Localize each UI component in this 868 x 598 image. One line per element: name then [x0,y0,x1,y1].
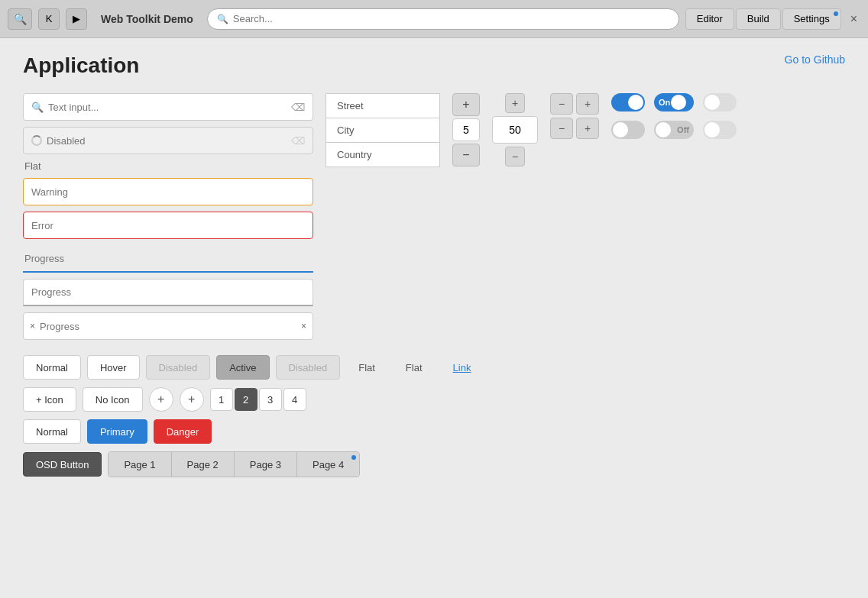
stepper2-top-row: − + [550,93,599,115]
toggle-thumb-3 [704,95,720,110]
error-input-wrapper [23,212,313,239]
tag-x1-button[interactable]: × [30,321,35,331]
toggle-plain-1[interactable] [703,93,737,112]
number-minus-button[interactable]: − [505,147,525,166]
tab-editor[interactable]: Editor [685,8,734,30]
list-item-city[interactable]: City [326,118,440,142]
osd-button[interactable]: OSD Button [23,452,102,477]
warning-input-wrapper [23,178,313,205]
github-link[interactable]: Go to Github [785,53,845,66]
progress-input2[interactable] [31,286,305,298]
toggle-plain-2[interactable] [703,121,737,139]
forward-icon: ▶ [73,13,80,24]
toggle-off-1[interactable] [611,121,645,139]
stepper2-bottom-row: − + [550,118,599,139]
progress-input1[interactable] [24,253,312,264]
page-tab-2[interactable]: Page 2 [172,452,235,477]
stepper2-plus1-button[interactable]: + [576,93,599,115]
primary-button[interactable]: Primary [87,419,147,444]
warning-input[interactable] [31,186,305,198]
toggle-off-labeled[interactable]: Off [654,121,694,139]
address-bar: 🔍 [207,8,679,30]
number-display: 50 [492,116,538,144]
page-tab-4-dot [351,455,356,460]
inputs-section: 🔍 ⌫ ⌫ Flat × [23,93,845,340]
stepper2-column: − + − + [550,93,599,139]
normal-button[interactable]: Normal [23,355,81,380]
no-icon-button[interactable]: No Icon [83,387,143,412]
list-column: Street City Country [326,93,440,167]
browser-search-button[interactable]: 🔍 [8,8,32,30]
circle-plus-button-2[interactable]: + [180,387,204,412]
number-plus-button[interactable]: + [505,93,525,113]
toggle-on-blue[interactable] [611,93,645,112]
text-search-icon: 🔍 [31,102,44,113]
page-tab-3[interactable]: Page 3 [235,452,297,477]
danger-button[interactable]: Danger [154,419,212,444]
number-column: + 50 − [492,93,538,170]
toggle-off-label: Off [677,125,689,134]
address-input[interactable] [233,13,669,24]
button-row-3: Normal Primary Danger [23,419,845,444]
stepper-minus-button[interactable]: − [452,144,480,166]
toggle-row-1: On [611,93,737,112]
spinner-icon [31,135,42,146]
tab-build[interactable]: Build [736,8,781,30]
disabled-clear-icon: ⌫ [291,135,305,147]
page-btn-4[interactable]: 4 [283,388,306,411]
page-tab-4[interactable]: Page 4 [297,452,359,477]
nav-back-button[interactable]: K [38,8,60,30]
normal-button-2[interactable]: Normal [23,419,81,444]
error-input[interactable] [31,220,305,231]
nav-forward-button[interactable]: ▶ [66,8,87,30]
disabled-button-2: Disabled [276,355,341,380]
disabled-button: Disabled [146,355,211,380]
page-btn-2[interactable]: 2 [235,388,257,411]
button-row-2: + Icon No Icon + + 1 2 3 4 [23,387,845,412]
tab-settings[interactable]: Settings [782,8,841,30]
buttons-section: Normal Hover Disabled Active Disabled Fl… [23,355,845,477]
toggles-column: On Off [611,93,737,139]
tag-input-wrapper: × × [23,312,313,340]
icon-button[interactable]: + Icon [23,387,76,412]
hover-button[interactable]: Hover [87,355,140,380]
list-item-street[interactable]: Street [326,93,440,118]
search-icon: 🔍 [14,13,27,25]
page-btn-1[interactable]: 1 [210,388,233,411]
settings-dot [834,11,838,16]
button-row-1: Normal Hover Disabled Active Disabled Fl… [23,355,845,380]
browser-chrome: 🔍 K ▶ Web Toolkit Demo 🔍 Editor Build Se… [0,0,868,38]
stepper-value: 5 [452,118,480,141]
stepper2-minus1-button[interactable]: − [550,93,573,115]
close-button[interactable]: × [847,12,860,26]
flat-label: Flat [23,160,313,172]
text-input-wrapper: 🔍 ⌫ [23,93,313,121]
stepper2-minus2-button[interactable]: − [550,118,573,139]
main-content: Go to Github Application 🔍 ⌫ ⌫ Flat [0,38,868,598]
disabled-input-wrapper: ⌫ [23,127,313,154]
button-row-4: OSD Button Page 1 Page 2 Page 3 Page 4 [23,451,845,477]
list-item-country[interactable]: Country [326,142,440,167]
tag-x2-button[interactable]: × [301,321,306,331]
page-btn-3[interactable]: 3 [259,388,282,411]
flat-button-2[interactable]: Flat [394,355,435,380]
tag-input-field[interactable] [40,321,296,332]
progress-input1-wrapper [23,245,313,273]
toggle-thumb-6 [704,122,720,137]
active-button[interactable]: Active [216,355,269,380]
circle-plus-button-1[interactable]: + [149,387,173,412]
toggle-on-labeled[interactable]: On [654,93,694,112]
toggle-thumb-2 [671,95,686,110]
app-title: Application [23,53,845,78]
flat-button-1[interactable]: Flat [346,355,387,380]
stepper2-plus2-button[interactable]: + [576,118,599,139]
link-button[interactable]: Link [441,355,484,380]
number-top-buttons: + [505,93,525,113]
toggle-thumb-1 [628,95,643,110]
page-tab-1[interactable]: Page 1 [108,452,171,477]
disabled-input [47,135,287,147]
text-input[interactable] [48,102,287,113]
clear-icon[interactable]: ⌫ [291,102,305,113]
stepper-plus-button[interactable]: + [452,93,480,116]
toggle-row-2: Off [611,121,737,139]
